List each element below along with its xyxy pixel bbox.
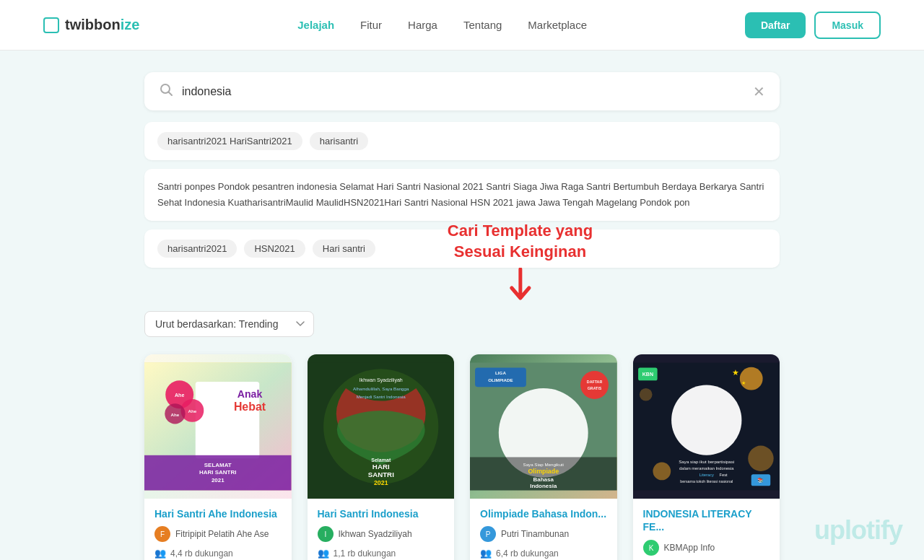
card-3-body: Olimpiade Bahasa Indon... P Putri Tinamb… [470,499,617,560]
svg-text:dalam meramaikan Indonesia: dalam meramaikan Indonesia [679,466,734,471]
tag-section-1: harisantri2021 HariSantri2021 harisantri [144,122,780,160]
supporters-icon: 👥 [154,548,166,559]
svg-point-50 [671,385,741,455]
svg-point-47 [653,463,671,481]
card-1-author: F Fitripipit Pelatih Ahe Ase [154,526,282,542]
card-1-title: Hari Santri Ahe Indonesia [154,507,282,520]
callout-overlay: Cari Template yang Sesuai Keinginan [448,221,593,301]
svg-text:I: I [324,530,326,538]
search-icon [159,82,173,100]
nav-fitur[interactable]: Fitur [360,19,382,31]
card-3-supporters-count: 6,4 rb dukungan [496,548,559,559]
sort-select[interactable]: Urut berdasarkan: Trending Urut berdasar… [144,311,314,337]
card-3-supporters: 👥 6,4 rb dukungan [480,548,607,559]
callout-line2: Sesuai Keinginan [448,242,593,263]
svg-text:SELAMAT: SELAMAT [204,462,232,468]
tag-harisantri[interactable]: harisantri [310,132,368,150]
svg-text:HARI SANTRI: HARI SANTRI [199,470,236,476]
logo-icon [43,17,59,33]
svg-point-35 [580,371,609,399]
supporters-icon-2: 👥 [318,548,329,559]
card-3-avatar: P [480,526,496,542]
nav-tentang[interactable]: Tentang [463,19,502,31]
svg-point-48 [748,446,773,471]
masuk-button[interactable]: Masuk [814,12,881,39]
tag-hsn2021[interactable]: HSN2021 [244,240,305,258]
tag-harisantri2021[interactable]: harisantri2021 [157,240,237,258]
nav-harga[interactable]: Harga [408,19,437,31]
card-1-avatar: F [154,526,170,542]
card-2-image: Selamat HARI SANTRI 2021 Ikhwan Syadzili… [308,354,455,499]
svg-line-1 [169,92,173,96]
svg-text:2021: 2021 [373,479,388,486]
svg-text:GRATIS: GRATIS [588,386,602,390]
svg-text:2021: 2021 [212,477,225,484]
tag-hari-santri[interactable]: Hari santri [313,240,375,258]
svg-text:📚: 📚 [757,477,764,484]
card-1-image: Ahe Ahe Ahe SELAMAT HARI SANTRI 2021 Ana… [144,354,292,499]
card-indonesia-literacy[interactable]: KBN ★ ★ Saya siap ikut berpartisipasi da… [633,354,780,560]
card-1-stats: 👥 4,4 rb dukungan 🕐 1 hari yang lalu [154,548,282,560]
svg-text:Indonesia: Indonesia [530,483,557,489]
svg-text:SANTRI: SANTRI [367,471,393,478]
svg-text:★: ★ [732,368,739,377]
nav-jelajah[interactable]: Jelajah [297,19,334,31]
svg-text:DAFTAR: DAFTAR [587,380,603,384]
card-1-supporters: 👥 4,4 rb dukungan [154,548,282,559]
nav-marketplace[interactable]: Marketplace [528,19,587,31]
tag-section-2: Santri ponpes Pondok pesantren indonesia… [144,169,780,221]
svg-text:Bahasa: Bahasa [533,476,554,483]
card-2-svg: Selamat HARI SANTRI 2021 Ikhwan Syadzili… [308,354,455,499]
search-input[interactable] [182,85,744,98]
svg-text:Ahe: Ahe [188,409,197,414]
svg-text:F: F [160,530,165,538]
callout-arrow-icon [507,268,533,301]
card-1-supporters-count: 4,4 rb dukungan [170,548,233,559]
daftar-button[interactable]: Daftar [745,12,806,38]
card-3-stats: 👥 6,4 rb dukungan 🕐 19 hari yang lalu [480,548,607,560]
card-3-image: LIGA OLIMPIADE DAFTAR GRATIS Saya Siap M… [470,354,617,499]
svg-text:Menjadi Santri Indonesia: Menjadi Santri Indonesia [356,394,406,399]
card-4-image: KBN ★ ★ Saya siap ikut berpartisipasi da… [633,354,780,499]
card-4-title: INDONESIA LITERACY FE... [643,507,770,533]
svg-text:Selamat: Selamat [371,458,391,463]
card-2-avatar: I [318,526,334,542]
card-olimpiade-bahasa[interactable]: LIGA OLIMPIADE DAFTAR GRATIS Saya Siap M… [470,354,617,560]
cards-grid: Ahe Ahe Ahe SELAMAT HARI SANTRI 2021 Ana… [144,354,780,560]
logo[interactable]: twibbonize [43,17,139,33]
callout-line1: Cari Template yang [448,221,593,242]
svg-text:Ikhwan Syadziliyah: Ikhwan Syadziliyah [359,377,402,383]
svg-text:bersama tokoh literasi nasiona: bersama tokoh literasi nasional [680,479,733,484]
svg-text:LIGA: LIGA [495,371,506,376]
card-2-author-name: Ikhwan Syadziliyah [339,529,412,539]
header-actions: Daftar Masuk [745,12,881,39]
nav: Jelajah Fitur Harga Tentang Marketplace [297,19,587,31]
sort-row: Urut berdasarkan: Trending Urut berdasar… [144,311,780,337]
card-hari-santri-ahe[interactable]: Ahe Ahe Ahe SELAMAT HARI SANTRI 2021 Ana… [144,354,292,560]
svg-text:KBN: KBN [642,372,653,377]
svg-text:Ahe: Ahe [175,393,184,398]
card-2-supporters-count: 1,1 rb dukungan [334,548,396,559]
card-hari-santri-indonesia[interactable]: Selamat HARI SANTRI 2021 Ikhwan Syadzili… [308,354,455,560]
svg-text:Saya siap ikut berpartisipasi: Saya siap ikut berpartisipasi [679,460,734,465]
tag-harisantri2021-combined[interactable]: harisantri2021 HariSantri2021 [157,132,302,150]
tag-row-1: harisantri2021 HariSantri2021 harisantri [157,132,767,150]
main-content: ✕ harisantri2021 HariSantri2021 harisant… [130,51,794,560]
svg-text:K: K [648,544,653,552]
card-1-svg: Ahe Ahe Ahe SELAMAT HARI SANTRI 2021 Ana… [144,354,292,499]
svg-text:Olimpiade: Olimpiade [528,468,559,476]
related-keywords-text: Santri ponpes Pondok pesantren indonesia… [157,179,767,211]
svg-text:Fest: Fest [719,473,728,477]
watermark: uplotify [814,515,902,546]
supporters-icon-3: 👥 [480,548,492,559]
svg-point-46 [739,367,762,390]
card-2-supporters: 👥 1,1 rb dukungan [318,548,445,559]
logo-text: twibbonize [65,17,139,33]
card-2-stats: 👥 1,1 rb dukungan 🕐 2 hari yang lalu [318,548,445,560]
card-2-body: Hari Santri Indonesia I Ikhwan Syadziliy… [308,499,455,560]
search-clear-button[interactable]: ✕ [753,84,765,99]
svg-text:Literacy: Literacy [699,473,713,477]
tag-section-callout-area: harisantri2021 HSN2021 Hari santri Cari … [144,229,780,268]
card-4-author: K KBMApp Info [643,540,770,556]
card-4-svg: KBN ★ ★ Saya siap ikut berpartisipasi da… [633,354,780,499]
